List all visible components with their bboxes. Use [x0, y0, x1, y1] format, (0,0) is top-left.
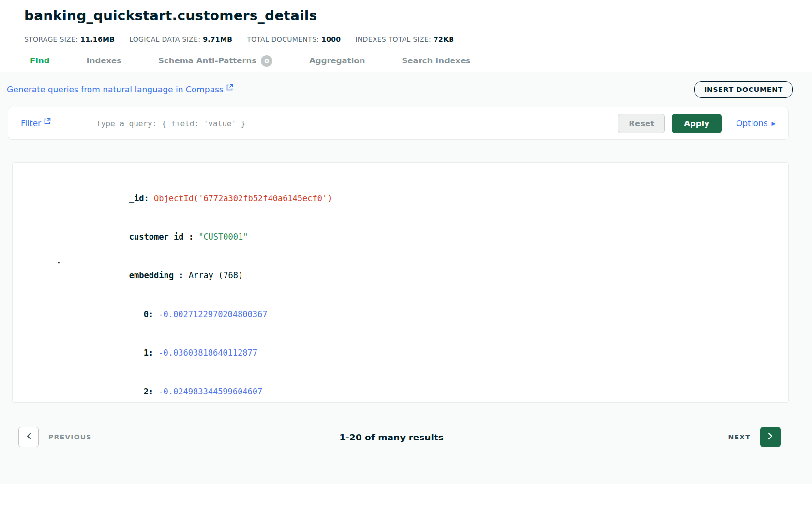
tab-find[interactable]: Find [30, 56, 50, 65]
array-item-row[interactable]: 2:-0.024983344599604607 [70, 372, 788, 403]
document-card: ▾_id: ObjectId('6772a302fb52f40a6145ecf0… [12, 162, 789, 403]
query-bar: Filter Reset Apply Options ▶ [8, 107, 789, 140]
collection-tabs: Find Indexes Schema Anti-Patterns 0 Aggr… [0, 50, 812, 72]
generate-queries-link[interactable]: Generate queries from natural language i… [7, 85, 233, 94]
tab-search-indexes[interactable]: Search Indexes [402, 56, 470, 65]
array-index: 1: [144, 348, 153, 358]
external-link-icon [226, 83, 233, 93]
tab-indexes[interactable]: Indexes [87, 56, 122, 65]
tab-schema-anti-patterns[interactable]: Schema Anti-Patterns 0 [158, 55, 272, 67]
filter-link[interactable]: Filter [21, 119, 51, 128]
tab-label: Schema Anti-Patterns [158, 56, 256, 65]
stat-item: INDEXES TOTAL SIZE:72KB [355, 35, 454, 43]
tab-label: Aggregation [309, 56, 365, 65]
array-item-row[interactable]: 1:-0.03603818640112877 [70, 333, 788, 372]
document-field-row[interactable]: ▾customer_id : "CUST0001" [70, 218, 788, 256]
stat-label: LOGICAL DATA SIZE: [129, 35, 200, 43]
stat-item: LOGICAL DATA SIZE:9.71MB [129, 35, 232, 43]
find-tab-panel: Generate queries from natural language i… [0, 72, 812, 484]
embedding-array-items: 0:-0.0027122970204800367 1:-0.0360381864… [70, 295, 788, 403]
apply-button[interactable]: Apply [672, 114, 722, 133]
stat-value: 72KB [434, 35, 454, 43]
collection-page: banking_quickstart.customers_details STO… [0, 0, 812, 513]
stat-item: TOTAL DOCUMENTS:1000 [247, 35, 341, 43]
collapse-caret-icon[interactable]: ▾ [57, 256, 60, 270]
stat-value: 9.71MB [203, 35, 232, 43]
query-input[interactable] [96, 119, 618, 128]
array-value: -0.0027122970204800367 [158, 309, 267, 319]
stat-label: TOTAL DOCUMENTS: [247, 35, 319, 43]
reset-button[interactable]: Reset [618, 114, 665, 133]
field-separator: : [144, 194, 154, 203]
stat-label: STORAGE SIZE: [24, 35, 78, 43]
array-value: -0.03603818640112877 [158, 348, 257, 358]
options-label: Options [736, 119, 768, 128]
pagination-bar: 1-20 of many results PREVIOUS NEXT [0, 427, 812, 447]
generate-queries-label: Generate queries from natural language i… [7, 85, 224, 94]
find-toolbar: Generate queries from natural language i… [0, 79, 812, 100]
document-field-row[interactable]: ▾_id: ObjectId('6772a302fb52f40a6145ecf0… [70, 179, 788, 218]
stat-label: INDEXES TOTAL SIZE: [355, 35, 431, 43]
options-arrow-icon: ▶ [772, 121, 776, 127]
field-value: "CUST0001" [198, 232, 248, 241]
collection-stats: STORAGE SIZE:11.16MB LOGICAL DATA SIZE:9… [0, 24, 812, 43]
tab-label: Search Indexes [402, 56, 470, 65]
options-toggle[interactable]: Options ▶ [736, 119, 776, 128]
tab-label: Indexes [87, 56, 122, 65]
field-key: _id [129, 194, 144, 203]
field-separator: : [183, 232, 198, 241]
stat-item: STORAGE SIZE:11.16MB [24, 35, 115, 43]
page-title: banking_quickstart.customers_details [24, 8, 812, 24]
tab-label: Find [30, 56, 50, 65]
filter-label: Filter [21, 119, 41, 128]
array-index: 2: [144, 387, 153, 396]
array-index: 0: [144, 309, 153, 319]
array-item-row[interactable]: 0:-0.0027122970204800367 [70, 295, 788, 333]
document-field-row[interactable]: ▾embedding : Array (768) [70, 256, 788, 295]
tab-count-badge: 0 [261, 55, 272, 67]
tab-aggregation[interactable]: Aggregation [309, 56, 365, 65]
insert-document-button[interactable]: INSERT DOCUMENT [694, 81, 793, 98]
document-fields: ▾_id: ObjectId('6772a302fb52f40a6145ecf0… [70, 179, 788, 295]
external-link-icon [44, 117, 51, 127]
results-count: 1-20 of many results [0, 432, 783, 442]
collection-header: banking_quickstart.customers_details [0, 0, 812, 24]
stat-value: 1000 [321, 35, 341, 43]
array-value: -0.024983344599604607 [158, 387, 262, 396]
field-key: embedding [129, 271, 174, 280]
field-separator: : [174, 271, 189, 280]
field-value: ObjectId('6772a302fb52f40a6145ecf0') [154, 194, 332, 203]
field-value: Array (768) [189, 271, 243, 280]
field-key: customer_id [129, 232, 184, 241]
stat-value: 11.16MB [80, 35, 115, 43]
